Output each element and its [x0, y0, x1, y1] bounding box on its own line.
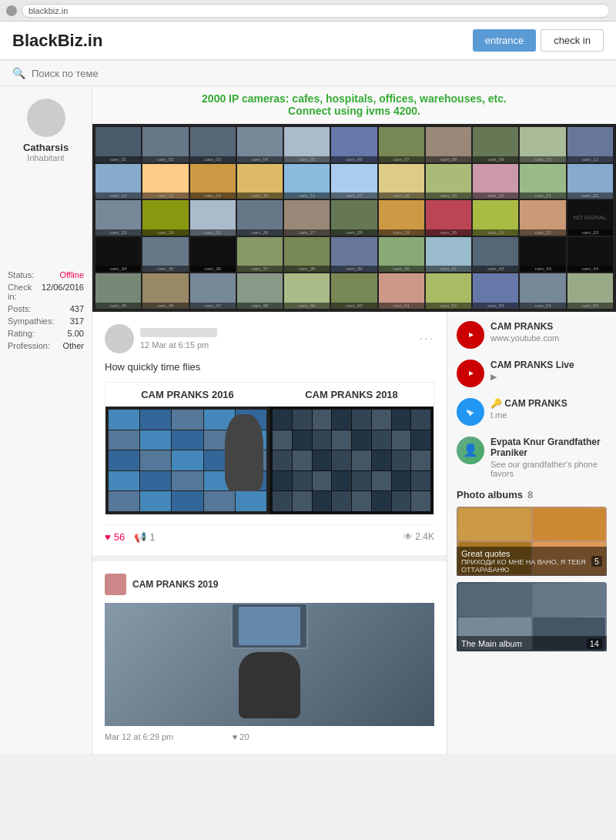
stat-posts: Posts: 437: [8, 304, 84, 313]
stat-profession: Profession: Other: [8, 341, 84, 350]
rp-sub-cam-pranks-yt: www.youtube.com: [490, 333, 559, 343]
camera-cell[interactable]: cam_55: [567, 273, 613, 309]
post-views-1: 👁 2.4K: [403, 531, 434, 542]
camera-cell[interactable]: cam_42: [473, 237, 518, 273]
camera-cell[interactable]: cam_13: [142, 164, 188, 199]
camera-cell[interactable]: cam_02: [142, 127, 188, 162]
camera-cell[interactable]: cam_18: [379, 164, 424, 199]
camera-cell[interactable]: cam_38: [284, 237, 330, 273]
camera-cell[interactable]: cam_14: [190, 164, 236, 199]
avatar: [27, 99, 65, 137]
camera-cell[interactable]: NO SIGNALcam_33: [567, 200, 613, 236]
camera-cell[interactable]: cam_05: [284, 127, 330, 162]
rp-text-cam-pranks-live: CAM PRANKS Live ▶: [490, 360, 574, 382]
user-avatar-icon: 👤: [457, 437, 484, 464]
camera-cell[interactable]: cam_03: [190, 127, 236, 162]
camera-cell[interactable]: cam_30: [426, 200, 471, 236]
camera-cell[interactable]: cam_44: [567, 237, 613, 273]
camera-cell[interactable]: cam_22: [567, 164, 613, 199]
entrance-button[interactable]: entrance: [473, 29, 537, 52]
camera-cell[interactable]: cam_37: [237, 237, 283, 273]
post-text-1: How quickly time flies: [105, 361, 434, 373]
camera-cell[interactable]: cam_20: [473, 164, 518, 199]
posts-column: 12 Mar at 6:15 pm ··· How quickly time f…: [92, 312, 447, 754]
post-meta-2: CAM PRANKS 2019: [105, 574, 434, 595]
camera-cell[interactable]: cam_34: [95, 237, 141, 273]
right-panel-item-cam-pranks-tg[interactable]: 🔑 CAM PRANKS t.me: [457, 398, 607, 426]
camera-cell[interactable]: cam_11: [567, 127, 613, 162]
post-card-1: 12 Mar at 6:15 pm ··· How quickly time f…: [92, 312, 447, 555]
share-count-1: 1: [149, 531, 155, 543]
share-icon: 📢: [134, 531, 146, 543]
camera-cell[interactable]: cam_08: [426, 127, 471, 162]
camera-cell[interactable]: cam_15: [237, 164, 283, 199]
post-like-button-1[interactable]: ♥ 56: [105, 531, 125, 543]
album-thumb-great-quotes[interactable]: Great quotes ПРИХОДИ КО МНЕ НА ВАНО, Я Т…: [457, 507, 607, 576]
camera-cell[interactable]: cam_24: [142, 200, 188, 236]
camera-cell[interactable]: cam_09: [473, 127, 518, 162]
camera-cell[interactable]: cam_36: [190, 237, 236, 273]
camera-cell[interactable]: cam_45: [95, 273, 141, 309]
camera-cell[interactable]: cam_23: [95, 200, 141, 236]
camera-cell[interactable]: cam_10: [520, 127, 565, 162]
camera-cell[interactable]: cam_07: [379, 127, 424, 162]
youtube-live-icon: [457, 360, 484, 387]
camera-cell[interactable]: cam_47: [190, 273, 236, 309]
right-panel-item-cam-pranks-yt[interactable]: CAM PRANKS www.youtube.com: [457, 321, 607, 349]
right-panel-item-cam-pranks-live[interactable]: CAM PRANKS Live ▶: [457, 360, 607, 387]
search-input[interactable]: [32, 68, 186, 79]
url-text: blackbiz.in: [28, 6, 68, 15]
post-author-name-1: [140, 328, 217, 337]
camera-cell[interactable]: cam_29: [379, 200, 424, 236]
photo-albums-label: Photo albums: [457, 489, 523, 500]
camera-cell[interactable]: cam_19: [426, 164, 471, 199]
camera-cell[interactable]: cam_26: [237, 200, 283, 236]
site-logo[interactable]: BlackBiz.in: [12, 31, 102, 51]
post-options-button-1[interactable]: ···: [420, 332, 434, 346]
camera-cell[interactable]: cam_35: [142, 237, 188, 273]
camera-cell[interactable]: cam_32: [520, 200, 565, 236]
camera-cell[interactable]: cam_41: [426, 237, 471, 273]
camera-cell[interactable]: cam_21: [520, 164, 565, 199]
camera-cell[interactable]: cam_49: [284, 273, 330, 309]
post-card-2: CAM PRANKS 2019 Mar 12 at 6:29: [92, 561, 447, 754]
post-author-info-1: 12 Mar at 6:15 pm: [140, 328, 413, 350]
cp-image-right: [270, 407, 434, 514]
camera-cell[interactable]: cam_48: [237, 273, 283, 309]
header-buttons: entrance check in: [473, 29, 604, 52]
cp-images: [105, 407, 434, 514]
post-share-button-1[interactable]: 📢 1: [134, 531, 155, 543]
camera-cell[interactable]: cam_06: [331, 127, 377, 162]
camera-cell[interactable]: cam_12: [95, 164, 141, 199]
checkin-button[interactable]: check in: [541, 29, 604, 52]
camera-cell[interactable]: cam_43: [520, 237, 565, 273]
sidebar: Catharsis Inhabitant Status: Offline Che…: [0, 86, 92, 754]
camera-cell[interactable]: cam_39: [331, 237, 377, 273]
camera-cell[interactable]: cam_54: [520, 273, 565, 309]
camera-cell[interactable]: cam_51: [379, 273, 424, 309]
rp-sub-evpata: See our grandfather's phone favors: [490, 460, 607, 478]
camera-cell[interactable]: cam_01: [95, 127, 141, 162]
camera-cell[interactable]: cam_27: [284, 200, 330, 236]
rp-text-cam-pranks-tg: 🔑 CAM PRANKS t.me: [490, 398, 567, 420]
camera-cell[interactable]: cam_28: [331, 200, 377, 236]
camera-cell[interactable]: cam_52: [426, 273, 471, 309]
camera-cell[interactable]: cam_50: [331, 273, 377, 309]
camera-cell[interactable]: cam_25: [190, 200, 236, 236]
right-panel-item-evpata[interactable]: 👤 Evpata Knur Grandfather Praniker See o…: [457, 437, 607, 478]
eye-icon: 👁: [403, 531, 413, 542]
camera-cell[interactable]: cam_40: [379, 237, 424, 273]
main-layout: Catharsis Inhabitant Status: Offline Che…: [0, 86, 616, 754]
camera-cell[interactable]: cam_31: [473, 200, 518, 236]
camera-cell[interactable]: cam_53: [473, 273, 518, 309]
camera-cell[interactable]: cam_17: [331, 164, 377, 199]
camera-cell[interactable]: cam_16: [284, 164, 330, 199]
cam-pranks-comparison: CAM PRANKS 2016 CAM PRANKS 2018: [105, 382, 434, 515]
bottom-section: 12 Mar at 6:15 pm ··· How quickly time f…: [92, 312, 616, 754]
album-thumb-main[interactable]: The Main album 14: [457, 582, 607, 651]
url-bar[interactable]: blackbiz.in: [22, 4, 610, 18]
like-count-1: 56: [114, 531, 125, 543]
camera-cell[interactable]: cam_46: [142, 273, 188, 309]
photo-albums-header: Photo albums 8: [457, 489, 607, 500]
camera-cell[interactable]: cam_04: [237, 127, 283, 162]
